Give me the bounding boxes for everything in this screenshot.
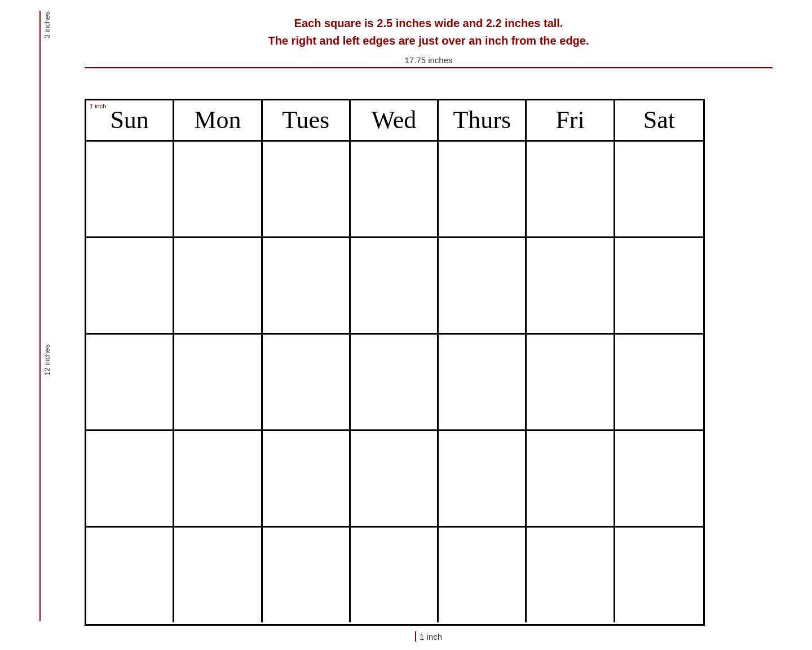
list-item [263,335,351,429]
list-item [86,431,174,526]
list-item [615,142,703,236]
list-item [174,238,262,333]
main-ruler-line [39,99,41,621]
width-label: 17.75 inches [404,55,452,65]
list-item [174,335,262,429]
list-item [86,238,174,333]
list-item [263,238,351,333]
header-fri: Fri [527,100,615,140]
list-item [351,528,439,622]
list-item [351,431,439,526]
list-item [86,528,174,622]
bottom-inch-label: 1 inch [420,632,442,642]
list-item [174,528,262,622]
bottom-inch-tick [415,631,416,642]
info-line1: Each square is 2.5 inches wide and 2.2 i… [294,17,563,30]
header-wed: Wed [351,100,439,140]
day-sun: Sun [110,108,148,133]
header-thurs: Thurs [439,100,527,140]
header-sat: Sat [615,100,703,140]
list-item [615,238,703,333]
list-item [439,238,527,333]
list-item [439,335,527,429]
list-item [527,142,615,236]
list-item [86,335,174,429]
list-item [351,335,439,429]
main-ruler-label: 12 inches [43,344,51,376]
list-item [351,238,439,333]
list-item [527,431,615,526]
table-row [86,142,703,238]
calendar: 1 inch Sun Mon Tues Wed Thurs [85,99,705,626]
day-sat: Sat [643,108,675,133]
day-tues: Tues [282,108,329,133]
calendar-header: 1 inch Sun Mon Tues Wed Thurs [86,100,703,142]
top-ruler-line [39,11,41,99]
header-mon: Mon [174,100,262,140]
top-ruler-label: 3 inches [43,11,51,38]
day-fri: Fri [555,108,584,133]
list-item [263,142,351,236]
list-item [174,142,262,236]
list-item [263,431,351,526]
table-row [86,238,703,335]
table-row [86,335,703,431]
list-item [439,528,527,622]
header-sun: 1 inch Sun [86,100,174,140]
list-item [527,528,615,622]
info-line2: The right and left edges are just over a… [268,34,589,47]
list-item [615,528,703,622]
list-item [615,335,703,429]
width-ruler-line [85,67,773,68]
list-item [263,528,351,622]
list-item [527,335,615,429]
header-tues: Tues [263,100,351,140]
calendar-body [86,142,703,624]
table-row [86,528,703,624]
list-item [174,431,262,526]
list-item [615,431,703,526]
list-item [439,431,527,526]
day-thurs: Thurs [453,108,511,133]
list-item [86,142,174,236]
list-item [439,142,527,236]
bottom-inch-container: 1 inch [85,631,773,642]
day-mon: Mon [194,108,241,133]
table-row [86,431,703,528]
day-wed: Wed [372,108,417,133]
list-item [527,238,615,333]
sun-inch-label: 1 inch [90,103,106,109]
list-item [351,142,439,236]
